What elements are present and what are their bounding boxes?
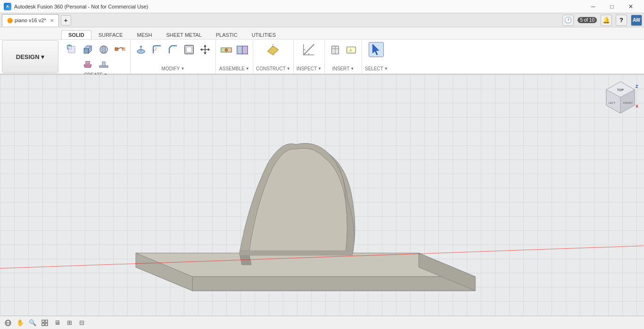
- svg-rect-9: [115, 48, 118, 51]
- assemble-icons: [219, 42, 250, 57]
- revolve-button[interactable]: [96, 42, 111, 57]
- svg-rect-64: [42, 323, 44, 326]
- main-content: TOP LEFT FRONT Z X ✋ 🔍 🖥 ⊞ ⊟: [0, 75, 644, 329]
- grid-toggle-button[interactable]: ⊞: [64, 318, 74, 328]
- svg-rect-29: [237, 46, 242, 54]
- help-icon[interactable]: ?: [616, 15, 627, 26]
- select-button[interactable]: [369, 42, 384, 57]
- insert-mesh-button[interactable]: [328, 42, 343, 57]
- grid-background: [0, 75, 644, 316]
- insert-icons: A: [328, 42, 359, 57]
- user-avatar[interactable]: AW: [631, 15, 642, 26]
- svg-marker-22: [204, 45, 206, 47]
- version-badge: 5 of 10: [578, 17, 597, 23]
- bottom-toolbar: ✋ 🔍 🖥 ⊞ ⊟: [0, 316, 644, 329]
- press-pull-button[interactable]: [133, 42, 149, 57]
- loft-button[interactable]: [80, 57, 95, 72]
- notifications-icon[interactable]: 🔔: [601, 15, 612, 26]
- svg-rect-3: [68, 46, 75, 53]
- svg-rect-4: [84, 49, 89, 53]
- tab-close-button[interactable]: ✕: [50, 18, 54, 23]
- construct-label[interactable]: CONSTRUCT ▼: [256, 66, 290, 71]
- select-group: SELECT ▼: [362, 40, 391, 73]
- svg-rect-65: [45, 323, 48, 326]
- close-button[interactable]: ✕: [621, 0, 640, 13]
- toolbar-main-row: DESIGN ▾: [0, 40, 644, 74]
- svg-rect-14: [102, 62, 105, 66]
- select-label[interactable]: SELECT ▼: [365, 66, 388, 71]
- extrude-button[interactable]: [80, 42, 95, 57]
- select-icons: [369, 42, 384, 57]
- move-copy-button[interactable]: [198, 42, 213, 57]
- tab-solid[interactable]: SOLID: [61, 30, 91, 39]
- history-icon[interactable]: 🕐: [562, 15, 574, 26]
- tab-mesh[interactable]: MESH: [130, 30, 159, 39]
- inspect-arrow: ▼: [318, 67, 322, 71]
- rib-button[interactable]: [96, 57, 111, 72]
- modify-label[interactable]: MODIFY ▼: [162, 66, 185, 71]
- assemble-label[interactable]: ASSEMBLE ▼: [219, 66, 249, 71]
- display-mode-button[interactable]: 🖥: [52, 318, 62, 328]
- minimize-button[interactable]: ─: [584, 0, 603, 13]
- svg-marker-25: [208, 48, 210, 51]
- window-controls: ─ □ ✕: [584, 0, 640, 13]
- pan-button[interactable]: ✋: [15, 318, 25, 328]
- shell-button[interactable]: [182, 42, 197, 57]
- modify-arrow: ▼: [181, 67, 184, 71]
- svg-rect-12: [86, 61, 90, 64]
- svg-marker-24: [200, 48, 202, 51]
- orbit-button[interactable]: [3, 318, 13, 328]
- tab-file-icon: 🟠: [7, 18, 13, 23]
- inspect-label[interactable]: INSPECT ▼: [297, 66, 322, 71]
- svg-rect-10: [122, 48, 125, 51]
- svg-point-28: [225, 49, 228, 51]
- construct-group: CONSTRUCT ▼: [253, 40, 294, 73]
- insert-arrow: ▼: [350, 67, 354, 71]
- tab-title: piano v16 v2*: [15, 17, 46, 23]
- viewcube[interactable]: TOP LEFT FRONT Z X: [602, 79, 639, 117]
- fillet-button[interactable]: [149, 42, 165, 57]
- svg-text:X: X: [636, 104, 638, 109]
- inspect-icons: [301, 42, 316, 57]
- fit-button[interactable]: [40, 318, 50, 328]
- svg-marker-17: [140, 45, 142, 47]
- create-icons-bottom: [80, 57, 111, 72]
- svg-text:Z: Z: [636, 84, 638, 89]
- app-title: Autodesk Fusion 360 (Personal - Not for …: [14, 4, 148, 9]
- assemble-arrow: ▼: [246, 67, 249, 71]
- viewport[interactable]: TOP LEFT FRONT Z X: [0, 75, 644, 316]
- toolbar-tab-row: SOLID SURFACE MESH SHEET METAL PLASTIC U…: [0, 27, 644, 40]
- joint-button[interactable]: [219, 42, 234, 57]
- svg-point-8: [102, 46, 106, 53]
- chamfer-button[interactable]: [165, 42, 181, 57]
- new-component-button[interactable]: [64, 42, 79, 57]
- insert-label[interactable]: INSERT ▼: [332, 66, 354, 71]
- app-icon: A: [4, 3, 11, 10]
- inspect-group: INSPECT ▼: [294, 40, 325, 73]
- maximize-button[interactable]: □: [603, 0, 621, 13]
- zoom-button[interactable]: 🔍: [27, 318, 38, 328]
- design-button[interactable]: DESIGN ▾: [2, 40, 58, 73]
- svg-marker-31: [268, 46, 279, 55]
- construct-arrow: ▼: [287, 67, 290, 71]
- as-built-joint-button[interactable]: [235, 42, 250, 57]
- tab-sheet-metal[interactable]: SHEET METAL: [159, 30, 208, 39]
- visual-style-button[interactable]: ⊟: [76, 318, 87, 328]
- tab-utilities[interactable]: UTILITIES: [245, 30, 283, 39]
- active-tab[interactable]: 🟠 piano v16 v2* ✕: [2, 14, 59, 26]
- svg-marker-23: [204, 52, 206, 54]
- svg-rect-19: [186, 47, 192, 52]
- add-tab-button[interactable]: +: [61, 15, 71, 25]
- svg-text:FRONT: FRONT: [623, 101, 633, 104]
- svg-text:A: A: [349, 48, 352, 52]
- sweep-button[interactable]: [112, 42, 127, 57]
- offset-plane-button[interactable]: [265, 42, 281, 57]
- tab-plastic[interactable]: PLASTIC: [209, 30, 245, 39]
- modify-group: MODIFY ▼: [131, 40, 216, 73]
- main-toolbar: SOLID SURFACE MESH SHEET METAL PLASTIC U…: [0, 27, 644, 75]
- tab-surface[interactable]: SURFACE: [91, 30, 130, 39]
- measure-button[interactable]: [301, 42, 316, 57]
- svg-text:LEFT: LEFT: [609, 101, 616, 104]
- select-arrow: ▼: [384, 67, 388, 71]
- decal-button[interactable]: A: [344, 42, 359, 57]
